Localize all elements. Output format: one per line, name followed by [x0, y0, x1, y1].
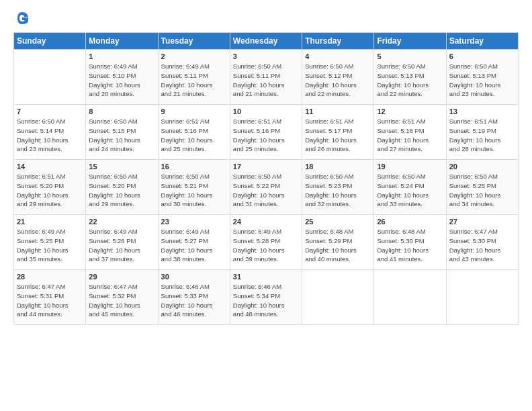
- day-number: 18: [305, 163, 371, 171]
- day-info: Sunrise: 6:46 AM Sunset: 5:33 PM Dayligh…: [161, 282, 227, 319]
- day-info: Sunrise: 6:49 AM Sunset: 5:11 PM Dayligh…: [161, 62, 227, 99]
- day-number: 22: [89, 218, 154, 226]
- day-number: 23: [161, 218, 227, 226]
- weekday-header: Friday: [374, 33, 446, 50]
- calendar-cell: 18Sunrise: 6:50 AM Sunset: 5:23 PM Dayli…: [302, 160, 374, 215]
- day-number: 4: [305, 52, 371, 60]
- day-info: Sunrise: 6:46 AM Sunset: 5:34 PM Dayligh…: [233, 282, 299, 319]
- calendar-cell: 12Sunrise: 6:51 AM Sunset: 5:18 PM Dayli…: [374, 105, 446, 160]
- header: [13, 11, 519, 24]
- day-info: Sunrise: 6:47 AM Sunset: 5:30 PM Dayligh…: [449, 227, 515, 264]
- calendar-cell: 20Sunrise: 6:50 AM Sunset: 5:25 PM Dayli…: [446, 160, 518, 215]
- day-info: Sunrise: 6:50 AM Sunset: 5:25 PM Dayligh…: [449, 172, 515, 209]
- calendar-cell: 11Sunrise: 6:51 AM Sunset: 5:17 PM Dayli…: [302, 105, 374, 160]
- day-number: 16: [161, 163, 227, 171]
- calendar-cell: 14Sunrise: 6:51 AM Sunset: 5:20 PM Dayli…: [14, 160, 86, 215]
- day-info: Sunrise: 6:50 AM Sunset: 5:13 PM Dayligh…: [449, 62, 515, 99]
- day-info: Sunrise: 6:49 AM Sunset: 5:10 PM Dayligh…: [89, 62, 154, 99]
- day-number: 17: [233, 163, 299, 171]
- day-info: Sunrise: 6:48 AM Sunset: 5:29 PM Dayligh…: [305, 227, 371, 264]
- calendar-cell: [302, 270, 374, 325]
- day-number: 15: [89, 163, 154, 171]
- day-number: 3: [233, 52, 299, 60]
- day-number: 31: [233, 273, 299, 281]
- calendar-cell: 6Sunrise: 6:50 AM Sunset: 5:13 PM Daylig…: [446, 50, 518, 105]
- calendar-cell: 19Sunrise: 6:50 AM Sunset: 5:24 PM Dayli…: [374, 160, 446, 215]
- day-info: Sunrise: 6:51 AM Sunset: 5:17 PM Dayligh…: [305, 117, 371, 154]
- calendar-cell: 22Sunrise: 6:49 AM Sunset: 5:26 PM Dayli…: [86, 215, 158, 270]
- weekday-header: Thursday: [302, 33, 374, 50]
- day-info: Sunrise: 6:50 AM Sunset: 5:11 PM Dayligh…: [233, 62, 299, 99]
- header-row: SundayMondayTuesdayWednesdayThursdayFrid…: [14, 33, 519, 50]
- weekday-header: Monday: [86, 33, 158, 50]
- calendar-week: 14Sunrise: 6:51 AM Sunset: 5:20 PM Dayli…: [14, 160, 519, 215]
- calendar-cell: 29Sunrise: 6:47 AM Sunset: 5:32 PM Dayli…: [86, 270, 158, 325]
- calendar-week: 1Sunrise: 6:49 AM Sunset: 5:10 PM Daylig…: [14, 50, 519, 105]
- calendar-cell: 26Sunrise: 6:48 AM Sunset: 5:30 PM Dayli…: [374, 215, 446, 270]
- weekday-header: Wednesday: [230, 33, 302, 50]
- day-number: 25: [305, 218, 371, 226]
- calendar-cell: 7Sunrise: 6:50 AM Sunset: 5:14 PM Daylig…: [14, 105, 86, 160]
- weekday-header: Sunday: [14, 33, 86, 50]
- day-number: 24: [233, 218, 299, 226]
- calendar-cell: 30Sunrise: 6:46 AM Sunset: 5:33 PM Dayli…: [158, 270, 230, 325]
- day-number: 10: [233, 107, 299, 116]
- calendar-cell: 4Sunrise: 6:50 AM Sunset: 5:12 PM Daylig…: [302, 50, 374, 105]
- day-number: 14: [17, 163, 83, 171]
- calendar-cell: 10Sunrise: 6:51 AM Sunset: 5:16 PM Dayli…: [230, 105, 302, 160]
- day-info: Sunrise: 6:50 AM Sunset: 5:15 PM Dayligh…: [89, 117, 154, 154]
- day-info: Sunrise: 6:49 AM Sunset: 5:28 PM Dayligh…: [233, 227, 299, 264]
- day-info: Sunrise: 6:51 AM Sunset: 5:19 PM Dayligh…: [449, 117, 515, 154]
- day-number: 21: [17, 218, 83, 226]
- calendar-cell: 13Sunrise: 6:51 AM Sunset: 5:19 PM Dayli…: [446, 105, 518, 160]
- calendar-cell: 9Sunrise: 6:51 AM Sunset: 5:16 PM Daylig…: [158, 105, 230, 160]
- day-info: Sunrise: 6:47 AM Sunset: 5:32 PM Dayligh…: [89, 282, 154, 319]
- calendar-cell: 5Sunrise: 6:50 AM Sunset: 5:13 PM Daylig…: [374, 50, 446, 105]
- page-container: SundayMondayTuesdayWednesdayThursdayFrid…: [0, 0, 532, 332]
- day-number: 7: [17, 107, 83, 116]
- day-number: 9: [161, 107, 227, 116]
- day-info: Sunrise: 6:51 AM Sunset: 5:20 PM Dayligh…: [17, 172, 83, 209]
- calendar-header: SundayMondayTuesdayWednesdayThursdayFrid…: [14, 33, 519, 50]
- calendar-cell: 3Sunrise: 6:50 AM Sunset: 5:11 PM Daylig…: [230, 50, 302, 105]
- day-info: Sunrise: 6:50 AM Sunset: 5:21 PM Dayligh…: [161, 172, 227, 209]
- calendar-cell: [446, 270, 518, 325]
- calendar-cell: 28Sunrise: 6:47 AM Sunset: 5:31 PM Dayli…: [14, 270, 86, 325]
- day-number: 12: [377, 107, 443, 116]
- day-info: Sunrise: 6:49 AM Sunset: 5:26 PM Dayligh…: [89, 227, 154, 264]
- day-number: 5: [377, 52, 443, 60]
- day-number: 13: [449, 107, 515, 116]
- day-info: Sunrise: 6:50 AM Sunset: 5:22 PM Dayligh…: [233, 172, 299, 209]
- day-number: 20: [449, 163, 515, 171]
- calendar-cell: 31Sunrise: 6:46 AM Sunset: 5:34 PM Dayli…: [230, 270, 302, 325]
- calendar-cell: 24Sunrise: 6:49 AM Sunset: 5:28 PM Dayli…: [230, 215, 302, 270]
- calendar-cell: 1Sunrise: 6:49 AM Sunset: 5:10 PM Daylig…: [86, 50, 158, 105]
- calendar-cell: 27Sunrise: 6:47 AM Sunset: 5:30 PM Dayli…: [446, 215, 518, 270]
- weekday-header: Saturday: [446, 33, 518, 50]
- day-number: 30: [161, 273, 227, 281]
- day-number: 29: [89, 273, 154, 281]
- day-number: 19: [377, 163, 443, 171]
- calendar-week: 21Sunrise: 6:49 AM Sunset: 5:25 PM Dayli…: [14, 215, 519, 270]
- day-info: Sunrise: 6:50 AM Sunset: 5:12 PM Dayligh…: [305, 62, 371, 99]
- calendar-cell: [374, 270, 446, 325]
- calendar-cell: 21Sunrise: 6:49 AM Sunset: 5:25 PM Dayli…: [14, 215, 86, 270]
- day-info: Sunrise: 6:50 AM Sunset: 5:23 PM Dayligh…: [305, 172, 371, 209]
- calendar-week: 28Sunrise: 6:47 AM Sunset: 5:31 PM Dayli…: [14, 270, 519, 325]
- day-number: 26: [377, 218, 443, 226]
- day-info: Sunrise: 6:50 AM Sunset: 5:13 PM Dayligh…: [377, 62, 443, 99]
- day-info: Sunrise: 6:50 AM Sunset: 5:24 PM Dayligh…: [377, 172, 443, 209]
- weekday-header: Tuesday: [158, 33, 230, 50]
- logo: [13, 11, 30, 24]
- calendar-cell: 8Sunrise: 6:50 AM Sunset: 5:15 PM Daylig…: [86, 105, 158, 160]
- day-info: Sunrise: 6:49 AM Sunset: 5:25 PM Dayligh…: [17, 227, 83, 264]
- day-info: Sunrise: 6:51 AM Sunset: 5:16 PM Dayligh…: [233, 117, 299, 154]
- day-number: 27: [449, 218, 515, 226]
- day-info: Sunrise: 6:51 AM Sunset: 5:16 PM Dayligh…: [161, 117, 227, 154]
- calendar-cell: 25Sunrise: 6:48 AM Sunset: 5:29 PM Dayli…: [302, 215, 374, 270]
- calendar-cell: 17Sunrise: 6:50 AM Sunset: 5:22 PM Dayli…: [230, 160, 302, 215]
- day-info: Sunrise: 6:50 AM Sunset: 5:14 PM Dayligh…: [17, 117, 83, 154]
- day-number: 8: [89, 107, 154, 116]
- day-info: Sunrise: 6:49 AM Sunset: 5:27 PM Dayligh…: [161, 227, 227, 264]
- day-info: Sunrise: 6:48 AM Sunset: 5:30 PM Dayligh…: [377, 227, 443, 264]
